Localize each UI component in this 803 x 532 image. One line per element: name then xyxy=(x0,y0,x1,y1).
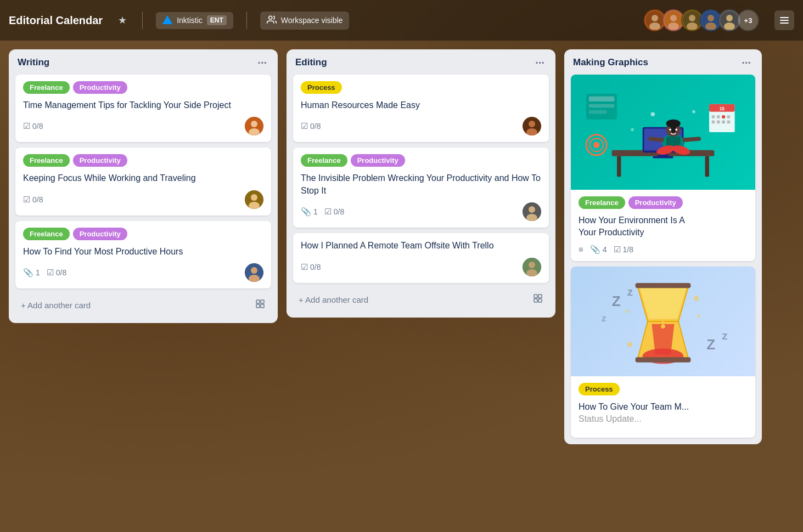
svg-rect-50 xyxy=(617,156,621,177)
card-avatar xyxy=(523,117,541,135)
svg-rect-65 xyxy=(722,121,725,124)
card-labels: Freelance Productivity xyxy=(301,154,541,167)
svg-rect-51 xyxy=(705,156,709,177)
card-meta: ☑ 0/8 xyxy=(301,117,541,135)
svg-rect-63 xyxy=(712,121,715,124)
card-meta-left: ≡ 📎 4 ☑ 1/8 xyxy=(579,245,633,254)
visibility-label: Workspace visible xyxy=(281,16,343,25)
svg-point-8 xyxy=(689,15,695,21)
column-title-making: Making Graphics xyxy=(573,57,648,68)
avatar-more[interactable]: +3 xyxy=(737,9,759,31)
card-title: Human Resources Made Easy xyxy=(301,99,541,111)
svg-point-79 xyxy=(669,128,671,131)
svg-rect-55 xyxy=(653,156,673,159)
board-title: Editorial Calendar xyxy=(9,14,103,27)
card-human-resources[interactable]: Process Human Resources Made Easy ☑ 0/8 xyxy=(293,75,549,142)
board: Writing ··· Freelance Productivity Time … xyxy=(0,41,803,532)
card-time-management[interactable]: Freelance Productivity Time Management T… xyxy=(15,75,271,142)
attachment-meta: 📎 4 xyxy=(590,245,607,254)
checklist-meta: ☑ 0/8 xyxy=(23,121,43,131)
card-title: Keeping Focus While Working and Travelin… xyxy=(23,172,263,184)
svg-point-99 xyxy=(694,296,699,301)
svg-point-0 xyxy=(269,16,272,19)
card-meta: 📎 1 ☑ 0/8 xyxy=(301,202,541,221)
svg-rect-46 xyxy=(589,97,615,101)
svg-point-80 xyxy=(675,128,677,131)
card-keeping-focus[interactable]: Freelance Productivity Keeping Focus Whi… xyxy=(15,148,271,215)
svg-rect-43 xyxy=(534,299,537,302)
svg-rect-16 xyxy=(780,17,789,18)
svg-point-36 xyxy=(529,206,535,213)
card-title: Time Management Tips for Tackling Your S… xyxy=(23,99,263,111)
svg-rect-29 xyxy=(261,300,264,303)
svg-point-26 xyxy=(251,267,257,274)
card-meta: ☑ 0/8 xyxy=(23,190,263,209)
attachment-icon: 📎 xyxy=(301,207,311,217)
svg-point-39 xyxy=(529,262,535,268)
svg-rect-60 xyxy=(717,115,720,118)
svg-rect-17 xyxy=(780,20,789,21)
header-menu-button[interactable] xyxy=(774,10,794,30)
checklist-count: 0/8 xyxy=(32,122,43,131)
svg-point-100 xyxy=(698,315,701,318)
column-menu-button-making[interactable]: ··· xyxy=(739,57,753,68)
card-meta-left: 📎 1 ☑ 0/8 xyxy=(301,207,344,217)
svg-line-76 xyxy=(684,139,699,140)
card-avatar xyxy=(245,117,263,135)
svg-rect-96 xyxy=(636,283,691,288)
card-body: Freelance Productivity How Your Environm… xyxy=(571,190,755,261)
add-card-label: + Add another card xyxy=(299,295,368,304)
label-freelance: Freelance xyxy=(23,228,70,240)
svg-rect-66 xyxy=(727,121,731,124)
svg-rect-44 xyxy=(538,299,542,302)
add-card-button-writing[interactable]: + Add another card xyxy=(15,294,271,316)
svg-rect-42 xyxy=(538,295,542,298)
workspace-visible-button[interactable]: Workspace visible xyxy=(260,12,350,30)
add-card-button-editing[interactable]: + Add another card xyxy=(293,288,549,311)
checklist-icon: ☑ xyxy=(301,262,308,272)
svg-text:z: z xyxy=(627,285,633,298)
card-title: How Your Environment Is AYour Productivi… xyxy=(579,214,748,239)
checklist-meta: ☑ 1/8 xyxy=(614,245,633,254)
card-title: How I Planned A Remote Team Offsite With… xyxy=(301,240,541,252)
attachment-count: 1 xyxy=(36,268,40,277)
checklist-icon: ☑ xyxy=(23,121,30,131)
card-meta: 📎 1 ☑ 0/8 xyxy=(23,263,263,282)
workspace-name: Inktistic xyxy=(177,16,203,25)
svg-point-95 xyxy=(661,324,665,328)
logo-icon xyxy=(162,15,172,26)
card-meta-left: ☑ 0/8 xyxy=(23,195,43,205)
svg-point-11 xyxy=(707,15,714,21)
card-environment-productivity[interactable]: 15 xyxy=(571,75,755,261)
card-team-status[interactable]: Z z z Z z xyxy=(571,267,755,438)
card-remote-team[interactable]: How I Planned A Remote Team Offsite With… xyxy=(293,233,549,282)
attachment-count: 1 xyxy=(313,207,318,216)
column-menu-button-writing[interactable]: ··· xyxy=(255,57,269,68)
svg-text:15: 15 xyxy=(720,106,725,111)
svg-point-23 xyxy=(251,194,257,201)
card-illustration-teal: 15 xyxy=(571,75,755,190)
card-productive-hours[interactable]: Freelance Productivity How To Find Your … xyxy=(15,221,271,288)
visibility-icon xyxy=(267,15,277,26)
attachment-meta: 📎 1 xyxy=(301,207,318,217)
star-button[interactable]: ★ xyxy=(116,12,129,29)
add-card-label: + Add another card xyxy=(21,301,91,310)
ent-badge: ENT xyxy=(207,15,227,25)
card-illustration-blue: Z z z Z z xyxy=(571,267,755,376)
column-editing: Editing ··· Process Human Resources Made… xyxy=(287,49,555,318)
column-menu-button-editing[interactable]: ··· xyxy=(533,57,547,68)
checklist-meta: ☑ 0/8 xyxy=(301,121,321,131)
card-labels: Freelance Productivity xyxy=(23,228,263,240)
card-invisible-problem[interactable]: Freelance Productivity The Invisible Pro… xyxy=(293,148,549,228)
svg-point-2 xyxy=(652,15,658,21)
card-labels: Process xyxy=(579,383,748,395)
label-freelance: Freelance xyxy=(301,154,347,167)
workspace-button[interactable]: Inktistic ENT xyxy=(156,12,233,29)
svg-marker-93 xyxy=(652,324,674,354)
checklist-meta: ☑ 0/8 xyxy=(301,262,321,272)
label-process: Process xyxy=(301,81,342,94)
svg-point-14 xyxy=(726,15,733,21)
avatar-group: +3 xyxy=(644,9,759,31)
checklist-icon: ☑ xyxy=(23,195,30,205)
column-header-editing: Editing ··· xyxy=(293,56,549,69)
